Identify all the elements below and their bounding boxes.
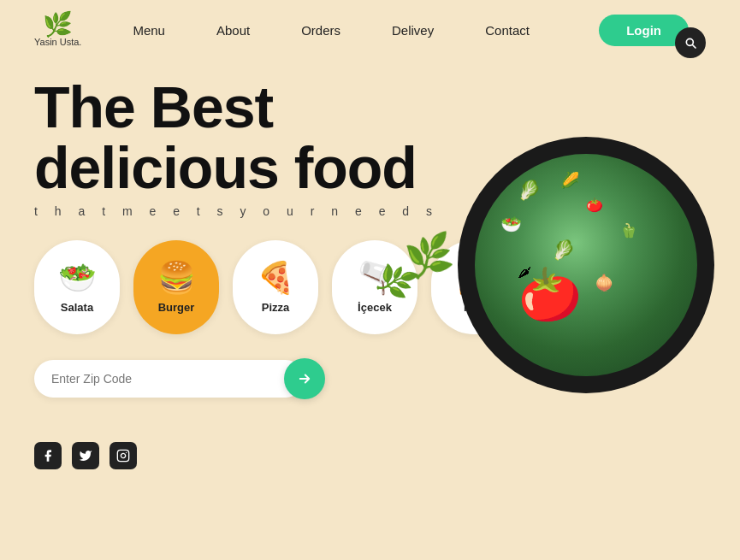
food-image-area: 🌿 🌿 🍅 🥬 🌽 🍅 🥗 🥬 🌶 🧅 🫑 xyxy=(449,137,714,402)
zip-submit-button[interactable] xyxy=(284,358,325,399)
instagram-icon[interactable] xyxy=(110,442,137,469)
search-icon xyxy=(684,36,697,50)
salad-bowl: 🥬 🌽 🍅 🥗 🥬 🌶 🧅 🫑 xyxy=(475,154,697,376)
salata-label: Salata xyxy=(61,301,93,314)
logo-icon: 🌿 xyxy=(43,13,73,37)
icecek-label: İçecek xyxy=(358,301,392,314)
facebook-icon[interactable] xyxy=(34,442,62,469)
burger-emoji: 🍔 xyxy=(157,260,196,296)
hero-title-line2: delicious food xyxy=(34,135,417,200)
category-salata[interactable]: 🥗 Salata xyxy=(34,240,120,334)
nav-orders[interactable]: Orders xyxy=(301,23,340,38)
tomatoes-deco: 🍅 xyxy=(512,259,586,330)
nav-menu[interactable]: Menu xyxy=(133,23,165,38)
salata-emoji: 🥗 xyxy=(58,260,97,296)
category-burger[interactable]: 🍔 Burger xyxy=(133,240,219,334)
pizza-emoji: 🍕 xyxy=(257,260,295,296)
zip-section xyxy=(34,358,325,399)
logo[interactable]: 🌿 Yasin Usta. xyxy=(34,13,81,47)
nav-contact[interactable]: Contact xyxy=(485,23,530,38)
brand-name: Yasin Usta. xyxy=(34,37,81,47)
svg-rect-0 xyxy=(117,450,128,461)
nav-delivery[interactable]: Delivey xyxy=(392,23,434,38)
food-plate: 🥬 🌽 🍅 🥗 🥬 🌶 🧅 🫑 xyxy=(458,137,714,393)
social-links xyxy=(34,442,706,469)
nav-links: Menu About Orders Delivey Contact xyxy=(133,23,599,38)
nav-about[interactable]: About xyxy=(216,23,250,38)
pizza-label: Pizza xyxy=(262,301,290,314)
basil-deco: 🌿 xyxy=(402,229,457,282)
category-pizza[interactable]: 🍕 Pizza xyxy=(233,240,318,334)
search-button[interactable] xyxy=(675,27,706,58)
nav-right: Login xyxy=(599,2,706,58)
twitter-icon[interactable] xyxy=(72,442,99,469)
burger-label: Burger xyxy=(158,301,195,314)
zip-input[interactable] xyxy=(34,360,305,398)
arrow-right-icon xyxy=(297,371,312,386)
hero-title-line1: The Best xyxy=(34,74,273,139)
